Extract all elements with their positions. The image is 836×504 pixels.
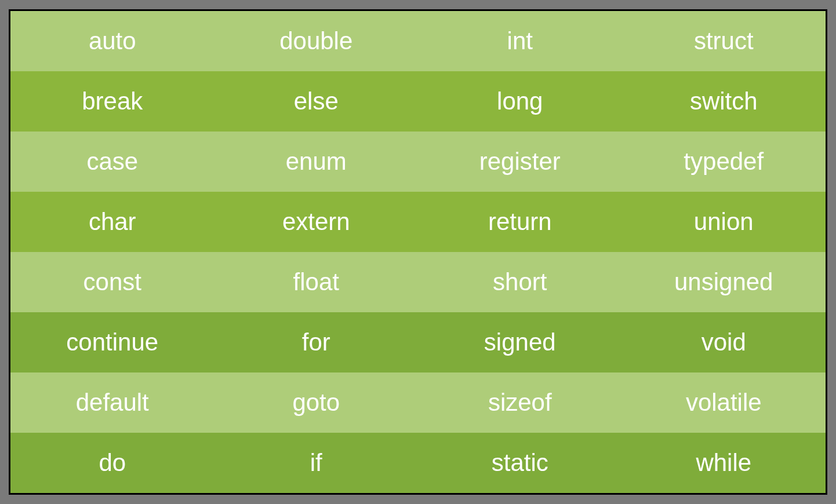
keyword-cell: goto <box>215 372 419 433</box>
keywords-table-body: auto double int struct break else long s… <box>10 11 826 493</box>
keyword-cell: const <box>10 252 215 312</box>
keyword-cell: for <box>215 312 419 372</box>
keyword-cell: int <box>418 11 622 71</box>
keyword-cell: case <box>10 132 215 192</box>
keyword-cell: void <box>622 312 826 372</box>
keyword-cell: union <box>622 192 826 252</box>
keyword-cell: double <box>215 11 419 71</box>
table-row: do if static while <box>10 433 826 493</box>
keyword-cell: default <box>10 372 215 433</box>
keyword-cell: auto <box>10 11 215 71</box>
table-row: case enum register typedef <box>10 132 826 192</box>
keyword-cell: do <box>10 433 215 493</box>
keyword-cell: enum <box>215 132 419 192</box>
keyword-cell: static <box>418 433 622 493</box>
keyword-cell: volatile <box>622 372 826 433</box>
keyword-cell: switch <box>622 71 826 132</box>
keyword-cell: while <box>622 433 826 493</box>
keyword-cell: typedef <box>622 132 826 192</box>
keyword-cell: sizeof <box>418 372 622 433</box>
keyword-cell: char <box>10 192 215 252</box>
keyword-cell: continue <box>10 312 215 372</box>
keyword-cell: unsigned <box>622 252 826 312</box>
table-row: default goto sizeof volatile <box>10 372 826 433</box>
keyword-cell: short <box>418 252 622 312</box>
keywords-table: auto double int struct break else long s… <box>10 11 826 493</box>
table-row: continue for signed void <box>10 312 826 372</box>
keyword-cell: signed <box>418 312 622 372</box>
table-row: auto double int struct <box>10 11 826 71</box>
keyword-cell: float <box>215 252 419 312</box>
keyword-cell: return <box>418 192 622 252</box>
keyword-cell: long <box>418 71 622 132</box>
keyword-cell: if <box>215 433 419 493</box>
keyword-cell: break <box>10 71 215 132</box>
keyword-cell: extern <box>215 192 419 252</box>
table-row: break else long switch <box>10 71 826 132</box>
keyword-cell: else <box>215 71 419 132</box>
table-row: const float short unsigned <box>10 252 826 312</box>
keyword-cell: register <box>418 132 622 192</box>
keywords-table-container: auto double int struct break else long s… <box>9 9 827 495</box>
keyword-cell: struct <box>622 11 826 71</box>
table-row: char extern return union <box>10 192 826 252</box>
